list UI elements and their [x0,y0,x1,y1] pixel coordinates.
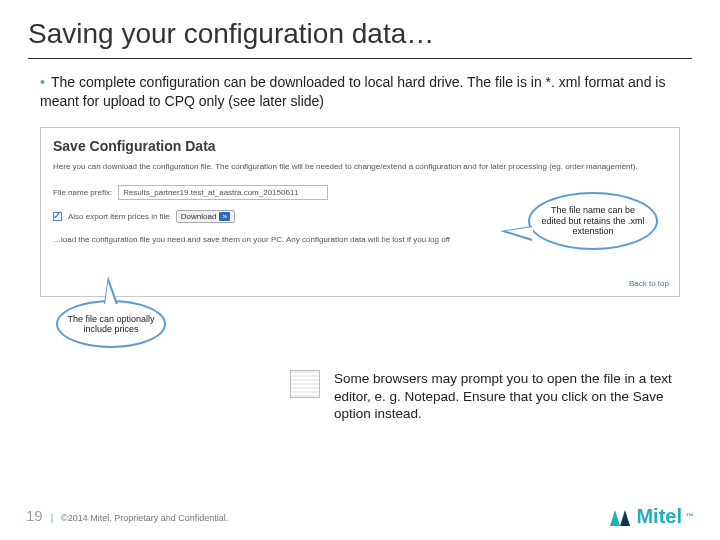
download-button-label: Download [181,212,217,221]
download-arrow-icon: » [219,212,229,221]
download-button[interactable]: Download » [176,210,235,223]
bullet-dot-icon: • [40,74,45,90]
page-number: 19 [26,507,43,524]
callout-prices-text: The file can optionally include prices [66,314,156,335]
filename-prefix-label: File name prefix: [53,188,112,197]
bullet-text: The complete configuration can be downlo… [40,74,665,109]
bullet-body: •The complete configuration can be downl… [0,59,720,121]
screenshot-description: Here you can download the configuration … [53,162,667,171]
browser-note-text: Some browsers may prompt you to open the… [334,370,672,423]
footer: 19 | ©2014 Mitel. Proprietary and Confid… [26,507,228,524]
export-prices-label: Also export item prices in file [68,212,170,221]
notepad-icon [290,370,320,398]
mitel-logo: Mitel™ [608,505,694,528]
callout-filename: The file name can be edited but retains … [528,192,658,250]
callout-filename-text: The file name can be edited but retains … [538,205,648,236]
screenshot-heading: Save Configuration Data [53,138,667,154]
export-prices-checkbox[interactable] [53,212,62,221]
browser-note: Some browsers may prompt you to open the… [290,370,672,423]
mitel-logo-text: Mitel [636,505,682,528]
callout-prices: The file can optionally include prices [56,300,166,348]
footer-separator: | [51,513,53,523]
mitel-logo-tm: ™ [686,512,694,521]
page-title: Saving your configuration data… [0,0,720,58]
filename-input[interactable]: Results_partner19.test_at_aastra.com_201… [118,185,328,200]
footer-copyright: ©2014 Mitel. Proprietary and Confidentia… [61,513,228,523]
back-to-top-link[interactable]: Back to top [629,279,669,288]
mitel-logo-icon [608,506,632,528]
